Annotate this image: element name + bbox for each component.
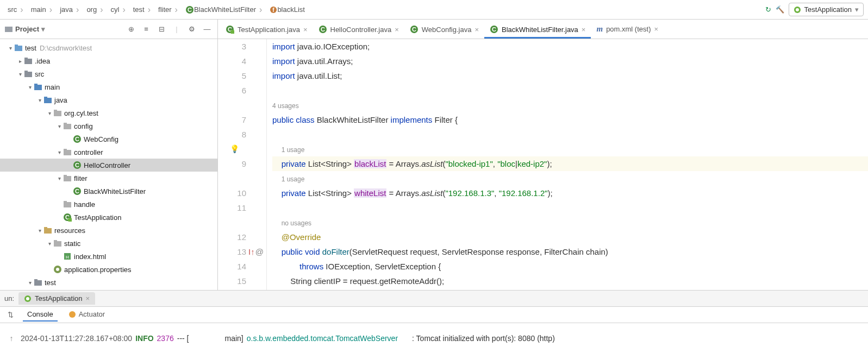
close-icon[interactable]: ×: [474, 26, 479, 34]
tree-item[interactable]: ▸.idea: [0, 54, 217, 67]
code-line[interactable]: no usages: [272, 215, 868, 230]
gutter-line[interactable]: 10: [218, 186, 246, 200]
tree-item[interactable]: CTestApplication: [0, 211, 217, 224]
close-icon[interactable]: ×: [395, 26, 399, 34]
code-line[interactable]: String clientIP = request.getRemoteAddr(…: [272, 274, 868, 288]
code-line[interactable]: [272, 83, 868, 98]
tree-item[interactable]: ▾fliter: [0, 172, 217, 185]
close-icon[interactable]: ×: [654, 25, 658, 33]
hammer-icon[interactable]: 🔨: [776, 5, 784, 14]
minimize-icon[interactable]: —: [201, 23, 213, 35]
code-line[interactable]: import java.io.IOException;: [272, 39, 868, 54]
code-line[interactable]: throws IOException, ServletException {: [272, 259, 868, 274]
tree-arrow-icon[interactable]: ▾: [16, 71, 24, 77]
run-config-dropdown[interactable]: TestApplication ▾: [789, 3, 864, 16]
gutter-line[interactable]: 5: [218, 68, 246, 83]
editor-body[interactable]: 345678910111213I↑@1415 import java.io.IO…: [218, 39, 868, 290]
tree-item[interactable]: ▾main: [0, 80, 217, 93]
tab-console[interactable]: Console: [23, 308, 58, 322]
tree-item[interactable]: ▾testD:\csdnwork\test: [0, 41, 217, 54]
breadcrumb-item[interactable]: java: [57, 4, 82, 16]
tree-item[interactable]: ▾resources: [0, 224, 217, 237]
breadcrumb-item[interactable]: test: [130, 4, 154, 16]
breadcrumb-item[interactable]: src: [4, 4, 27, 16]
at-icon[interactable]: @: [255, 244, 264, 259]
editor-gutter[interactable]: 345678910111213I↑@1415: [218, 39, 267, 290]
gutter-line[interactable]: 4: [218, 54, 246, 68]
code-line[interactable]: [272, 200, 868, 215]
editor-tab[interactable]: mpom.xml (test)×: [591, 21, 664, 39]
tree-item[interactable]: ▾java: [0, 93, 217, 106]
tree-arrow-icon[interactable]: ▾: [36, 228, 43, 234]
close-icon[interactable]: ×: [86, 294, 90, 302]
gutter-line[interactable]: 9: [218, 156, 246, 171]
collapse-icon[interactable]: ⊟: [155, 23, 167, 35]
editor-tab[interactable]: CHelloController.java×: [313, 22, 404, 39]
code-line[interactable]: public void doFilter(ServletRequest requ…: [272, 244, 868, 259]
tree-item[interactable]: ▾config: [0, 119, 217, 133]
breadcrumb-item[interactable]: cyl: [108, 4, 129, 16]
code-line[interactable]: 1 usage: [272, 171, 868, 186]
tree-item[interactable]: ▾controller: [0, 146, 217, 159]
close-icon[interactable]: ×: [303, 26, 308, 34]
rerun-icon[interactable]: ↑: [5, 332, 17, 344]
gutter-line[interactable]: 13I↑@: [218, 244, 246, 259]
breadcrumb-item[interactable]: org: [83, 4, 106, 16]
code-line[interactable]: [272, 127, 868, 142]
close-icon[interactable]: ×: [582, 26, 586, 34]
tree-item[interactable]: ▾static: [0, 237, 217, 250]
tree-arrow-icon[interactable]: ▾: [46, 241, 53, 247]
project-tree[interactable]: ▾testD:\csdnwork\test▸.idea▾src▾main▾jav…: [0, 39, 217, 290]
override-up-icon[interactable]: I↑: [248, 244, 255, 259]
tree-arrow-icon[interactable]: ▾: [7, 45, 14, 51]
tree-arrow-icon[interactable]: ▾: [46, 110, 53, 116]
breadcrumb-item[interactable]: f blackList: [266, 4, 308, 15]
tree-item[interactable]: ▾org.cyl.test: [0, 106, 217, 119]
filter-icon[interactable]: ⇅: [4, 309, 16, 321]
run-tab[interactable]: TestApplication ×: [18, 292, 95, 305]
tree-arrow-icon[interactable]: ▾: [36, 97, 43, 103]
tab-actuator[interactable]: Actuator: [64, 308, 109, 322]
gutter-line[interactable]: 15: [218, 274, 246, 288]
code-line[interactable]: import java.util.List;: [272, 68, 868, 83]
code-line[interactable]: private List<String> whiteList = Arrays.…: [272, 186, 868, 200]
editor-tab[interactable]: CBlackWhiteListFilter.java×: [484, 22, 591, 39]
tree-item[interactable]: CWebConfig: [0, 133, 217, 146]
gutter-line[interactable]: [218, 215, 246, 230]
expand-icon[interactable]: ≡: [140, 23, 152, 35]
tree-arrow-icon[interactable]: ▾: [55, 175, 63, 181]
code-line[interactable]: private List<String> blackList = Arrays.…: [272, 156, 868, 171]
gutter-line[interactable]: 12: [218, 230, 246, 244]
editor-tab[interactable]: CTestApplication.java×: [220, 22, 313, 39]
tree-item[interactable]: Hindex.html: [0, 250, 217, 263]
tree-item[interactable]: ▾test: [0, 276, 217, 289]
gear-icon[interactable]: ⚙: [186, 23, 198, 35]
tree-item[interactable]: CBlackWhiteListFilter: [0, 185, 217, 198]
gutter-line[interactable]: 6: [218, 83, 246, 98]
tree-arrow-icon[interactable]: ▾: [26, 84, 34, 90]
tree-item[interactable]: ▾src: [0, 67, 217, 80]
tree-arrow-icon[interactable]: ▾: [55, 149, 63, 155]
tree-arrow-icon[interactable]: ▾: [26, 280, 34, 286]
gutter-line[interactable]: 14: [218, 259, 246, 274]
gutter-line[interactable]: [218, 98, 246, 112]
code-line[interactable]: import java.util.Arrays;: [272, 54, 868, 68]
breadcrumb-item[interactable]: fliter: [155, 4, 181, 16]
console-output[interactable]: ↑ 2024-01-13T11:27:28.167+08:00 INFO 237…: [0, 323, 868, 353]
tree-arrow-icon[interactable]: ▾: [55, 123, 63, 129]
intention-bulb-icon[interactable]: 💡: [230, 142, 239, 156]
locate-icon[interactable]: ⊕: [125, 23, 137, 35]
gutter-line[interactable]: 7: [218, 112, 246, 127]
code-line[interactable]: 4 usages: [272, 98, 868, 112]
gutter-line[interactable]: [218, 171, 246, 186]
gutter-line[interactable]: 3: [218, 39, 246, 54]
code-line[interactable]: @Override: [272, 230, 868, 244]
gutter-line[interactable]: 11: [218, 200, 246, 215]
tree-arrow-icon[interactable]: ▸: [16, 58, 24, 64]
sync-icon[interactable]: ↻: [765, 5, 771, 14]
tree-item[interactable]: CHelloController: [0, 159, 217, 172]
project-title[interactable]: Project ▾: [4, 25, 125, 34]
code-area[interactable]: import java.io.IOException;import java.u…: [267, 39, 868, 290]
tree-item[interactable]: application.properties: [0, 263, 217, 276]
gutter-line[interactable]: 8: [218, 127, 246, 142]
